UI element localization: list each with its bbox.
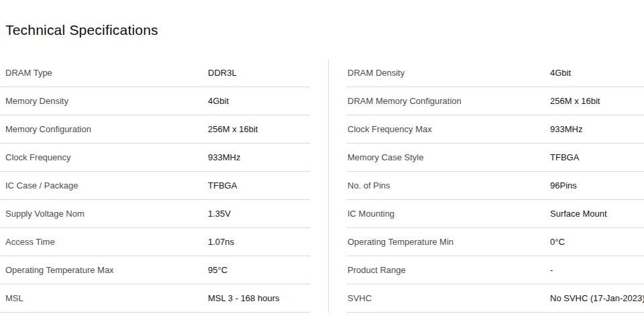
spec-label: SVHC xyxy=(347,293,550,303)
spec-column-left: DRAM TypeDDR3LMemory Density4GbitMemory … xyxy=(0,59,310,313)
spec-label: Product Range xyxy=(347,265,550,275)
spec-value: 256M x 16bit xyxy=(550,96,600,106)
spec-value: 4Gbit xyxy=(550,68,571,78)
spec-row: IC Case / PackageTFBGA xyxy=(0,172,310,200)
spec-row: DRAM Memory Configuration256M x 16bit xyxy=(347,87,644,115)
spec-label: DRAM Type xyxy=(5,68,208,78)
spec-row: Product Range- xyxy=(347,256,644,284)
spec-column-right: DRAM Density4GbitDRAM Memory Configurati… xyxy=(347,59,644,313)
spec-value: TFBGA xyxy=(208,180,237,191)
spec-label: Memory Configuration xyxy=(5,124,208,134)
spec-row: Operating Temperature Min0°C xyxy=(347,228,644,256)
spec-label: Access Time xyxy=(5,237,208,247)
spec-row: Memory Density4Gbit xyxy=(0,87,310,115)
spec-label: Supply Voltage Nom xyxy=(5,209,208,219)
spec-row: Clock Frequency Max933MHz xyxy=(347,115,644,144)
spec-value: 96Pins xyxy=(550,180,577,191)
spec-label: IC Case / Package xyxy=(5,180,208,191)
spec-value: 256M x 16bit xyxy=(208,124,258,134)
spec-label: Memory Density xyxy=(5,96,208,106)
spec-row: Operating Temperature Max95°C xyxy=(0,256,310,284)
spec-value: - xyxy=(550,265,553,275)
spec-value: No SVHC (17-Jan-2023) xyxy=(550,293,644,303)
spec-label: Operating Temperature Max xyxy=(5,265,208,275)
spec-value: DDR3L xyxy=(208,68,237,78)
spec-label: IC Mounting xyxy=(347,209,550,219)
column-divider xyxy=(328,59,329,313)
spec-value: TFBGA xyxy=(550,152,579,162)
spec-label: MSL xyxy=(5,293,208,303)
technical-specifications-section: Technical Specifications DRAM TypeDDR3LM… xyxy=(0,22,644,324)
spec-label: Clock Frequency Max xyxy=(347,124,550,134)
spec-value: MSL 3 - 168 hours xyxy=(208,293,279,303)
spec-value: 4Gbit xyxy=(208,96,229,106)
spec-label: Operating Temperature Min xyxy=(347,237,550,247)
spec-label: DRAM Memory Configuration xyxy=(347,96,550,106)
spec-row: No. of Pins96Pins xyxy=(347,172,644,200)
spec-value: 933MHz xyxy=(550,124,582,134)
spec-label: No. of Pins xyxy=(347,180,550,191)
spec-row: Memory Case StyleTFBGA xyxy=(347,144,644,172)
spec-value: Surface Mount xyxy=(550,209,607,219)
spec-table: DRAM TypeDDR3LMemory Density4GbitMemory … xyxy=(0,59,644,313)
spec-row: Memory Configuration256M x 16bit xyxy=(0,115,310,144)
spec-value: 933MHz xyxy=(208,152,240,162)
spec-value: 0°C xyxy=(550,237,565,247)
spec-label: DRAM Density xyxy=(347,68,550,78)
spec-label: Memory Case Style xyxy=(347,152,550,162)
spec-row: MSLMSL 3 - 168 hours xyxy=(0,284,310,313)
spec-value: 95°C xyxy=(208,265,227,275)
spec-row: IC MountingSurface Mount xyxy=(347,200,644,228)
spec-row: DRAM TypeDDR3L xyxy=(0,59,310,87)
spec-row: DRAM Density4Gbit xyxy=(347,59,644,87)
spec-label: Clock Frequency xyxy=(5,152,208,162)
spec-row: SVHCNo SVHC (17-Jan-2023) xyxy=(347,284,644,313)
spec-row: Access Time1.07ns xyxy=(0,228,310,256)
spec-value: 1.07ns xyxy=(208,237,234,247)
spec-row: Clock Frequency933MHz xyxy=(0,144,310,172)
section-title: Technical Specifications xyxy=(5,22,644,38)
spec-row: Supply Voltage Nom1.35V xyxy=(0,200,310,228)
spec-value: 1.35V xyxy=(208,209,231,219)
